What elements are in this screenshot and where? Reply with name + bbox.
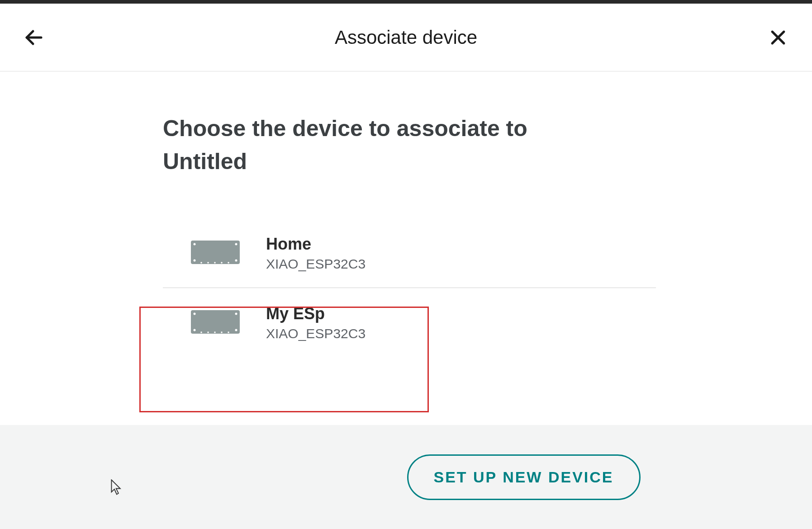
svg-point-4 (194, 243, 196, 246)
svg-rect-13 (191, 310, 240, 334)
svg-rect-3 (191, 241, 240, 264)
svg-point-21 (221, 331, 223, 333)
svg-point-20 (214, 331, 216, 333)
svg-point-22 (228, 331, 229, 333)
device-name: Home (266, 235, 366, 254)
svg-point-10 (214, 262, 216, 264)
close-icon (768, 28, 788, 47)
svg-point-16 (235, 313, 237, 315)
device-model: XIAO_ESP32C3 (266, 326, 366, 341)
setup-new-device-button[interactable]: SET UP NEW DEVICE (407, 454, 641, 500)
device-item-home[interactable]: Home XIAO_ESP32C3 (163, 218, 656, 288)
device-list: Home XIAO_ESP32C3 (163, 218, 656, 358)
board-icon (190, 309, 241, 336)
arrow-left-icon (23, 27, 45, 48)
device-info: Home XIAO_ESP32C3 (266, 235, 366, 272)
device-info: My ESp XIAO_ESP32C3 (266, 304, 366, 341)
device-item-my-esp[interactable]: My ESp XIAO_ESP32C3 (163, 288, 656, 358)
svg-point-14 (194, 313, 196, 315)
svg-point-19 (207, 331, 209, 333)
board-icon (190, 240, 241, 267)
svg-point-5 (194, 260, 196, 262)
svg-point-15 (194, 329, 196, 331)
dialog-content: Choose the device to associate to Untitl… (0, 71, 812, 358)
dialog-header: Associate device (0, 4, 812, 71)
device-name: My ESp (266, 304, 366, 323)
close-button[interactable] (767, 26, 789, 49)
device-model: XIAO_ESP32C3 (266, 256, 366, 272)
window-top-bar (0, 0, 812, 4)
svg-point-11 (221, 262, 223, 264)
svg-point-6 (235, 243, 237, 246)
svg-point-18 (200, 331, 202, 333)
svg-point-17 (235, 329, 237, 331)
dialog-title: Associate device (335, 27, 477, 48)
back-button[interactable] (23, 26, 45, 49)
svg-point-9 (207, 262, 209, 264)
page-heading: Choose the device to associate to Untitl… (163, 112, 615, 178)
dialog-footer: SET UP NEW DEVICE (0, 425, 812, 529)
svg-point-12 (228, 262, 229, 264)
svg-point-7 (235, 260, 237, 262)
svg-point-8 (200, 262, 202, 264)
